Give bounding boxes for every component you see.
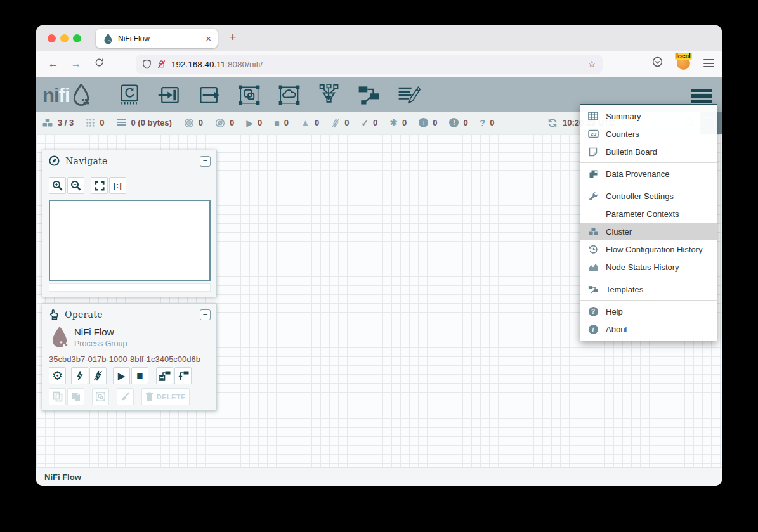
template-component[interactable] <box>355 82 383 108</box>
minimap-footer <box>49 283 211 292</box>
paste-button[interactable] <box>67 388 84 405</box>
navigate-collapse-button[interactable]: − <box>200 156 211 167</box>
menu-item-node-status-history[interactable]: Node Status History <box>580 258 717 276</box>
pocket-icon[interactable] <box>649 56 665 72</box>
group-button[interactable] <box>92 388 109 405</box>
menu-item-parameter-contexts[interactable]: Parameter Contexts <box>580 205 717 223</box>
zoom-actual-button[interactable]: |:| <box>109 177 126 194</box>
color-button[interactable] <box>117 388 134 405</box>
menu-item-controller-settings[interactable]: Controller Settings <box>580 187 717 205</box>
menu-item-summary[interactable]: Summary <box>580 107 717 125</box>
transmitting-stat: 0 <box>184 118 203 128</box>
copy-button[interactable] <box>49 388 66 405</box>
disabled-stat: 0 <box>331 118 349 128</box>
about-icon: i <box>587 325 599 334</box>
breadcrumb[interactable]: NiFi Flow <box>44 472 81 482</box>
summary-table-icon <box>587 112 599 120</box>
menu-item-cluster[interactable]: Cluster <box>580 223 717 240</box>
invalid-stat: ▲ 0 <box>301 118 319 127</box>
menu-item-help[interactable]: ? Help <box>580 302 717 320</box>
new-tab-button[interactable]: + <box>225 30 240 46</box>
menu-divider <box>580 162 717 163</box>
hand-icon <box>49 309 59 320</box>
flow-config-history-icon <box>587 245 599 254</box>
svg-text:23: 23 <box>591 131 596 137</box>
menu-item-templates[interactable]: Templates <box>580 280 717 298</box>
question-icon: ? <box>480 119 486 127</box>
data-provenance-icon <box>587 169 599 179</box>
zoom-window-button[interactable] <box>73 34 81 42</box>
zoom-fit-button[interactable] <box>91 177 108 194</box>
cluster-icon <box>587 227 599 236</box>
global-menu: Summary 23 Counters Bulletin Board Data … <box>580 104 717 341</box>
refresh-icon[interactable] <box>547 118 558 128</box>
sync-failure-stat: ? 0 <box>480 118 495 127</box>
url-text: 192.168.40.11:8080/nifi/ <box>171 60 263 69</box>
menu-item-data-provenance[interactable]: Data Provenance <box>580 165 717 183</box>
operate-header: Operate <box>42 304 216 322</box>
tracking-shield-icon[interactable] <box>142 59 152 70</box>
bulletin-board-icon <box>587 147 599 157</box>
nifi-favicon <box>103 33 113 44</box>
configuration-button[interactable]: ⚙ <box>49 367 66 384</box>
menu-item-bulletin-board[interactable]: Bulletin Board <box>580 143 717 160</box>
stale-stat: ↑ 0 <box>419 118 437 127</box>
funnel-component[interactable] <box>315 82 343 108</box>
logo-fi: fi <box>59 85 70 107</box>
remote-process-group-component[interactable] <box>275 82 303 108</box>
navigate-panel: Navigate − |:| <box>42 150 217 297</box>
node-status-history-icon <box>587 263 599 271</box>
browser-menu-icon[interactable] <box>703 59 714 70</box>
back-button[interactable]: ← <box>45 56 62 72</box>
operate-collapse-button[interactable]: − <box>200 309 211 320</box>
insecure-lock-icon[interactable] <box>157 59 166 69</box>
disable-button[interactable] <box>89 367 107 384</box>
menu-item-counters[interactable]: 23 Counters <box>580 125 717 143</box>
bookmark-star-icon[interactable]: ☆ <box>588 58 596 70</box>
help-icon: ? <box>587 307 599 316</box>
label-component[interactable] <box>395 82 423 108</box>
navigate-title: Navigate <box>65 156 108 166</box>
delete-button[interactable]: DELETE <box>141 388 190 405</box>
upload-template-button[interactable] <box>174 367 192 384</box>
stop-button[interactable]: ■ <box>131 367 148 384</box>
url-bar[interactable]: 192.168.40.11:8080/nifi/ ☆ <box>136 55 603 74</box>
browser-tab[interactable]: NiFi Flow × <box>96 29 218 48</box>
not-transmitting-icon <box>215 118 225 128</box>
arrow-up-circle-icon: ↑ <box>419 118 428 127</box>
counters-icon: 23 <box>587 129 599 138</box>
processor-component[interactable] <box>115 82 143 108</box>
operate-title: Operate <box>65 309 103 320</box>
selected-flow-name: NiFi Flow <box>74 327 114 337</box>
menu-item-about[interactable]: i About <box>580 320 717 338</box>
output-port-component[interactable] <box>195 82 223 108</box>
flow-status-stats: 3 / 3 0 0 (0 bytes) 0 0 ▶ 0 ■ 0 ▲ 0 <box>42 112 494 134</box>
navigate-header: Navigate <box>42 150 216 169</box>
minimize-window-button[interactable] <box>60 34 69 42</box>
reload-button[interactable] <box>91 56 107 72</box>
browser-tab-bar: NiFi Flow × + <box>36 25 722 51</box>
menu-item-flow-configuration-history[interactable]: Flow Configuration History <box>580 240 717 258</box>
nifi-drop-icon <box>72 84 91 107</box>
up-to-date-stat: ✓ 0 <box>361 118 377 127</box>
breadcrumb-bar: NiFi Flow <box>36 467 722 486</box>
running-stat: ▶ 0 <box>246 118 262 127</box>
menu-divider <box>580 300 717 301</box>
enable-button[interactable] <box>71 367 88 384</box>
cluster-icon <box>42 118 53 127</box>
forward-button[interactable]: → <box>68 56 84 72</box>
save-template-button[interactable] <box>156 367 173 384</box>
zoom-in-button[interactable] <box>49 177 66 194</box>
threads-icon <box>86 118 95 127</box>
desktop-background: NiFi Flow × + ← → 192.168.40.11:8080/nif… <box>0 0 758 532</box>
tab-close-icon[interactable]: × <box>206 34 211 43</box>
close-window-button[interactable] <box>48 34 56 42</box>
birdseye-minimap[interactable] <box>49 200 211 281</box>
global-menu-button[interactable] <box>691 89 712 106</box>
zoom-out-button[interactable] <box>67 177 84 194</box>
process-group-component[interactable] <box>235 82 263 108</box>
locally-modified-stale-stat: ! 0 <box>449 118 467 127</box>
input-port-component[interactable] <box>155 82 183 108</box>
stop-icon: ■ <box>274 119 279 127</box>
start-button[interactable]: ▶ <box>113 367 130 384</box>
